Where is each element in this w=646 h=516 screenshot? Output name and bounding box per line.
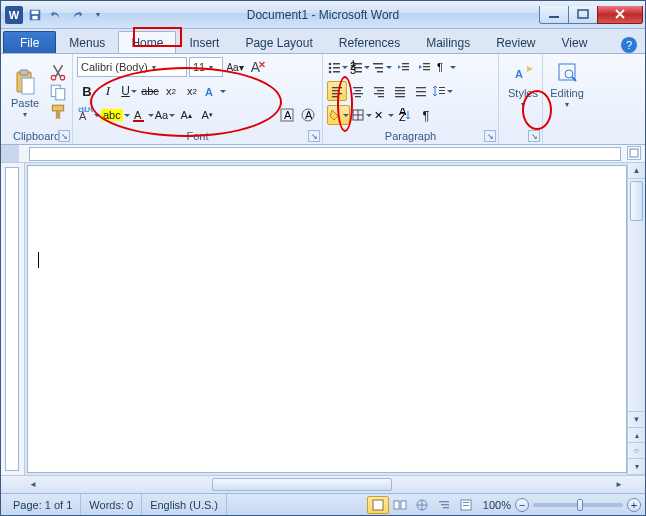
- tab-insert[interactable]: Insert: [176, 31, 232, 53]
- status-words[interactable]: Words: 0: [81, 494, 142, 515]
- line-spacing-button[interactable]: [432, 81, 453, 101]
- clear-formatting-icon[interactable]: A: [247, 57, 267, 77]
- vertical-scrollbar[interactable]: ▲ ▼ ▴ ○ ▾: [627, 163, 645, 475]
- next-page-icon[interactable]: ▾: [628, 459, 645, 475]
- full-screen-view-icon[interactable]: [389, 496, 411, 514]
- paste-icon: [11, 68, 39, 96]
- tab-references[interactable]: References: [326, 31, 413, 53]
- copy-icon[interactable]: [49, 83, 67, 101]
- zoom-label[interactable]: 100%: [483, 499, 511, 511]
- save-icon[interactable]: [26, 6, 44, 24]
- decrease-indent-button[interactable]: [393, 57, 413, 77]
- font-color-button[interactable]: A: [131, 105, 154, 125]
- svg-point-9: [60, 75, 65, 80]
- zoom-in-button[interactable]: +: [627, 498, 641, 512]
- hscroll-thumb[interactable]: [212, 478, 392, 491]
- print-layout-view-icon[interactable]: [367, 496, 389, 514]
- scroll-down-icon[interactable]: ▼: [628, 411, 645, 427]
- ltr-direction-button[interactable]: ¶: [435, 57, 456, 77]
- justify-button[interactable]: [390, 81, 410, 101]
- outline-view-icon[interactable]: [433, 496, 455, 514]
- tab-view[interactable]: View: [549, 31, 601, 53]
- cut-icon[interactable]: [49, 63, 67, 81]
- draft-view-icon[interactable]: [455, 496, 477, 514]
- tab-review[interactable]: Review: [483, 31, 548, 53]
- clipboard-dialog-launcher[interactable]: ↘: [58, 130, 70, 142]
- zoom-slider-thumb[interactable]: [577, 499, 583, 511]
- word-app-icon[interactable]: W: [5, 6, 23, 24]
- styles-dialog-launcher[interactable]: ↘: [528, 130, 540, 142]
- shrink-font-button[interactable]: A▾: [197, 105, 217, 125]
- sort-button[interactable]: AZ: [395, 105, 415, 125]
- highlight-button[interactable]: abc: [101, 105, 130, 125]
- numbering-button[interactable]: 123: [349, 57, 370, 77]
- enclose-characters-button[interactable]: A: [298, 105, 318, 125]
- italic-button[interactable]: I: [98, 81, 118, 101]
- phonetic-guide-button[interactable]: Aabc: [77, 105, 100, 125]
- align-center-button[interactable]: [348, 81, 368, 101]
- svg-rect-55: [377, 90, 384, 91]
- show-hide-button[interactable]: ¶: [416, 105, 436, 125]
- vertical-ruler[interactable]: [1, 163, 25, 475]
- close-button[interactable]: [597, 6, 643, 24]
- tab-mailings[interactable]: Mailings: [413, 31, 483, 53]
- change-case-button[interactable]: Aa▾: [225, 57, 245, 77]
- character-border-button[interactable]: A: [277, 105, 297, 125]
- svg-rect-87: [463, 502, 469, 503]
- status-language[interactable]: English (U.S.): [142, 494, 227, 515]
- change-case-aa-button[interactable]: Aa: [155, 105, 175, 125]
- undo-icon[interactable]: [47, 6, 65, 24]
- tab-menus[interactable]: Menus: [56, 31, 118, 53]
- previous-page-icon[interactable]: ▴: [628, 427, 645, 443]
- editing-button[interactable]: Editing ▾: [547, 56, 587, 109]
- minimize-button[interactable]: [539, 6, 569, 24]
- status-page[interactable]: Page: 1 of 1: [5, 494, 81, 515]
- styles-label: Styles: [508, 87, 538, 99]
- zoom-slider[interactable]: [533, 503, 623, 507]
- scroll-left-icon[interactable]: ◄: [25, 476, 41, 493]
- browse-object-icon[interactable]: ○: [628, 443, 645, 459]
- tab-page-layout[interactable]: Page Layout: [232, 31, 325, 53]
- svg-rect-64: [416, 95, 426, 96]
- ruler-toggle-icon[interactable]: [627, 146, 641, 160]
- align-right-button[interactable]: [369, 81, 389, 101]
- paste-button[interactable]: Paste ▾: [5, 56, 45, 128]
- distributed-button[interactable]: [411, 81, 431, 101]
- styles-button[interactable]: A Styles ▾: [503, 56, 543, 109]
- strikethrough-button[interactable]: abc: [140, 81, 160, 101]
- format-painter-icon[interactable]: [49, 103, 67, 121]
- svg-rect-1: [32, 10, 39, 14]
- bullets-button[interactable]: [327, 57, 348, 77]
- redo-icon[interactable]: [68, 6, 86, 24]
- font-dialog-launcher[interactable]: ↘: [308, 130, 320, 142]
- font-family-combo[interactable]: Calibri (Body)▾: [77, 57, 187, 77]
- tab-file[interactable]: File: [3, 31, 56, 53]
- multilevel-list-button[interactable]: [371, 57, 392, 77]
- scroll-thumb[interactable]: [630, 181, 643, 221]
- align-left-button[interactable]: [327, 81, 347, 101]
- paragraph-dialog-launcher[interactable]: ↘: [484, 130, 496, 142]
- underline-button[interactable]: U: [119, 81, 139, 101]
- superscript-button[interactable]: x2: [182, 81, 202, 101]
- font-size-combo[interactable]: 11▾: [189, 57, 223, 77]
- horizontal-ruler[interactable]: [1, 145, 645, 163]
- shading-button[interactable]: [327, 105, 350, 125]
- maximize-button[interactable]: [568, 6, 598, 24]
- web-layout-view-icon[interactable]: [411, 496, 433, 514]
- scroll-up-icon[interactable]: ▲: [628, 163, 645, 179]
- qat-customize-icon[interactable]: ▾: [89, 6, 107, 24]
- document-page[interactable]: [27, 165, 627, 473]
- bold-button[interactable]: B: [77, 81, 97, 101]
- zoom-out-button[interactable]: −: [515, 498, 529, 512]
- scroll-right-icon[interactable]: ►: [611, 476, 627, 493]
- svg-text:A: A: [515, 68, 523, 80]
- subscript-button[interactable]: x2: [161, 81, 181, 101]
- increase-indent-button[interactable]: [414, 57, 434, 77]
- tab-home[interactable]: Home: [118, 31, 176, 53]
- help-icon[interactable]: ?: [621, 37, 637, 53]
- grow-font-button[interactable]: A▴: [176, 105, 196, 125]
- horizontal-scrollbar[interactable]: ◄ ►: [1, 475, 645, 493]
- text-effects-button[interactable]: A: [203, 81, 226, 101]
- asian-layout-button[interactable]: ✕: [373, 105, 394, 125]
- borders-button[interactable]: [351, 105, 372, 125]
